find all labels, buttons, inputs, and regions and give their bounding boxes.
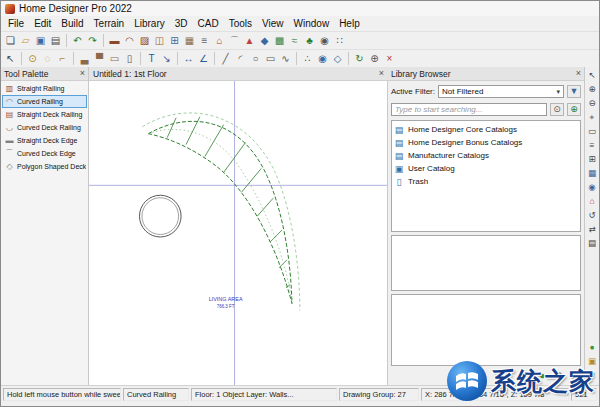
- search-button[interactable]: ⊙: [550, 103, 564, 116]
- walkthrough-path[interactable]: ∴: [300, 51, 315, 66]
- door[interactable]: ◫: [152, 33, 167, 48]
- side-select[interactable]: ↖: [586, 69, 598, 81]
- leader-line[interactable]: ↘: [159, 51, 174, 66]
- catalog-trash[interactable]: ▯Trash: [394, 175, 578, 188]
- fireplace-icon: ▲: [245, 36, 255, 46]
- cabinet[interactable]: ▦: [182, 33, 197, 48]
- print[interactable]: ▤: [48, 33, 63, 48]
- cad-spline[interactable]: ∿: [278, 51, 293, 66]
- close-icon[interactable]: ×: [80, 69, 85, 78]
- base-cabinet[interactable]: ▃: [77, 51, 92, 66]
- side-undo-view[interactable]: ↺: [586, 209, 598, 221]
- tool-curved-deck-railing[interactable]: ◡Curved Deck Railing: [2, 121, 87, 134]
- delete-tool[interactable]: ×: [382, 51, 397, 66]
- side-camera[interactable]: ◉: [586, 181, 598, 193]
- light-fixture[interactable]: ◌: [40, 51, 55, 66]
- menu-edit[interactable]: Edit: [29, 18, 56, 29]
- save-plan[interactable]: ▣: [33, 33, 48, 48]
- side-ruler[interactable]: ≡: [586, 139, 598, 151]
- catalog-manufacturer[interactable]: ▤Manufacturer Catalogs: [394, 149, 578, 162]
- menu-cad[interactable]: CAD: [193, 18, 224, 29]
- walkthrough[interactable]: ∷: [332, 33, 347, 48]
- tool-straight-railing[interactable]: ▥Straight Railing: [2, 82, 87, 95]
- cad-circle[interactable]: ○: [248, 51, 263, 66]
- curved-wall[interactable]: ◠: [122, 33, 137, 48]
- side-zoom-out[interactable]: ⊖: [586, 97, 598, 109]
- close-icon[interactable]: ×: [379, 69, 384, 78]
- menu-build[interactable]: Build: [56, 18, 88, 29]
- tool-curved-railing[interactable]: ◠Curved Railing: [2, 95, 87, 108]
- side-pan[interactable]: ⌖: [586, 111, 598, 123]
- side-swap-view[interactable]: ⇄: [586, 223, 598, 235]
- menu-help[interactable]: Help: [334, 18, 365, 29]
- drawing-tab-title[interactable]: Untitled 1: 1st Floor: [93, 69, 167, 79]
- library-object[interactable]: ◆: [257, 33, 272, 48]
- cad-arc[interactable]: ◜: [233, 51, 248, 66]
- filter-button[interactable]: ▼: [567, 85, 581, 98]
- picture[interactable]: ▩: [272, 33, 287, 48]
- menu-terrain[interactable]: Terrain: [89, 18, 130, 29]
- wall-cabinet[interactable]: ▀: [92, 51, 107, 66]
- side-grid[interactable]: ⊞: [586, 153, 598, 165]
- open-plan[interactable]: ▱: [18, 33, 33, 48]
- select-objects[interactable]: ↖: [3, 51, 18, 66]
- catalog-core[interactable]: ▤Home Designer Core Catalogs: [394, 123, 578, 136]
- side-home[interactable]: ⌂: [586, 195, 598, 207]
- tool-straight-deck-edge[interactable]: ▬Straight Deck Edge: [2, 134, 87, 147]
- dimension[interactable]: ↔: [181, 51, 196, 66]
- stairs[interactable]: ≡: [197, 33, 212, 48]
- side-layers[interactable]: ▤: [586, 237, 598, 249]
- tool-polygon-shaped-deck[interactable]: ◇Polygon Shaped Deck: [2, 160, 87, 173]
- curved-railing-object[interactable]: [148, 117, 292, 304]
- text-tool[interactable]: T: [144, 51, 159, 66]
- close-icon[interactable]: ×: [576, 69, 581, 78]
- menu-file[interactable]: File: [3, 18, 29, 29]
- perspective-view[interactable]: ◇: [330, 51, 345, 66]
- tool-straight-deck-railing[interactable]: ▤Straight Deck Railing: [2, 108, 87, 121]
- menu-build-label: Build: [61, 18, 83, 29]
- cad-rect[interactable]: ▭: [263, 51, 278, 66]
- fireplace[interactable]: ▲: [242, 33, 257, 48]
- tool-palette-header: Tool Palette ×: [1, 67, 88, 81]
- shelf[interactable]: ▭: [107, 51, 122, 66]
- separator: [177, 52, 178, 65]
- side-color[interactable]: ▦: [586, 167, 598, 179]
- undo[interactable]: ↶: [70, 33, 85, 48]
- catalog-bonus[interactable]: ▤Home Designer Bonus Catalogs: [394, 136, 578, 149]
- appliance[interactable]: ▯: [122, 51, 137, 66]
- window[interactable]: ⊞: [167, 33, 182, 48]
- side-refresh[interactable]: ●: [586, 341, 598, 353]
- filter-dropdown[interactable]: Not Filtered ▾: [438, 85, 564, 98]
- electrical-switch[interactable]: ⌐: [55, 51, 70, 66]
- zoom-tool[interactable]: ⊕: [367, 51, 382, 66]
- menu-window[interactable]: Window: [289, 18, 335, 29]
- straight-deck[interactable]: ▨: [137, 33, 152, 48]
- menu-3d[interactable]: 3D: [170, 18, 193, 29]
- cad-line[interactable]: ╱: [218, 51, 233, 66]
- tool-curved-deck-edge[interactable]: ⌒Curved Deck Edge: [2, 147, 87, 160]
- refresh-display[interactable]: ↻: [352, 51, 367, 66]
- camera[interactable]: ◉: [317, 33, 332, 48]
- menu-view[interactable]: View: [257, 18, 289, 29]
- library-search-input[interactable]: [391, 103, 547, 116]
- circle-object[interactable]: [139, 195, 181, 237]
- electrical-outlet[interactable]: ⊙: [25, 51, 40, 66]
- angle-dimension[interactable]: ∠: [196, 51, 211, 66]
- catalog-user[interactable]: ▣User Catalog: [394, 162, 578, 175]
- straight-wall[interactable]: ▬: [107, 33, 122, 48]
- menu-tools[interactable]: Tools: [224, 18, 257, 29]
- plant[interactable]: ♣: [302, 33, 317, 48]
- status-active-tool: Curved Railing: [123, 388, 189, 401]
- ceiling[interactable]: ⌒: [227, 33, 242, 48]
- side-fill-window[interactable]: ▭: [586, 125, 598, 137]
- camera-view[interactable]: ◉: [315, 51, 330, 66]
- advanced-search-button[interactable]: ⊕: [567, 103, 581, 116]
- new-plan[interactable]: ❏: [3, 33, 18, 48]
- menu-library[interactable]: Library: [129, 18, 170, 29]
- terrain[interactable]: ≈: [287, 33, 302, 48]
- catalog-bonus-label: Home Designer Bonus Catalogs: [408, 138, 522, 147]
- roof[interactable]: ⌂: [212, 33, 227, 48]
- side-zoom-in[interactable]: ⊕: [586, 83, 598, 95]
- redo[interactable]: ↷: [85, 33, 100, 48]
- drawing-canvas[interactable]: LIVING AREA 766.3 FT: [89, 81, 388, 385]
